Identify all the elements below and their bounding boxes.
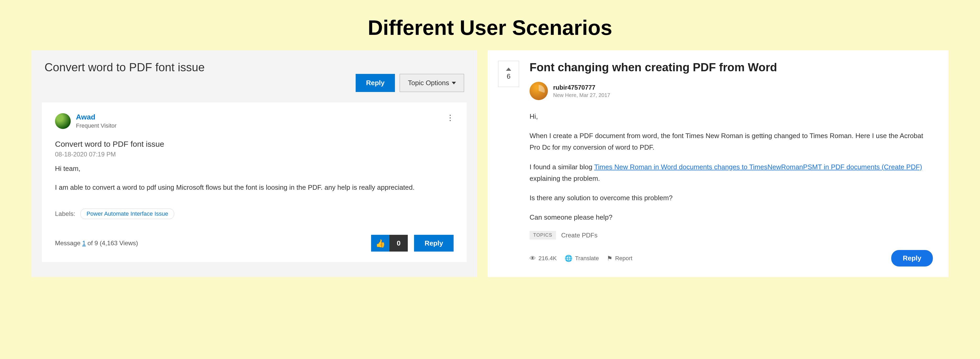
thumbs-up-icon: 👍	[375, 239, 385, 248]
views-count: 216.4K	[538, 255, 557, 262]
translate-icon: 🌐	[565, 255, 573, 262]
post-paragraph: I found a similar blog Times New Roman i…	[530, 161, 933, 184]
upvote-box[interactable]: 6	[498, 61, 519, 87]
post-paragraph: Is there any solution to overcome this p…	[530, 192, 933, 204]
labels-key: Labels:	[55, 210, 75, 217]
post-paragraph: Hi,	[530, 110, 933, 122]
post-body: Hi team, I am able to convert a word to …	[55, 163, 453, 193]
translate-button[interactable]: 🌐 Translate	[565, 255, 599, 262]
topic-options-button[interactable]: Topic Options	[400, 74, 464, 92]
avatar[interactable]	[530, 82, 548, 100]
topics-label: TOPICS	[530, 231, 556, 239]
post-title: Convert word to PDF font issue	[55, 140, 453, 148]
upvote-icon	[506, 68, 511, 71]
label-chip[interactable]: Power Automate Interface Issue	[80, 209, 174, 219]
views-stat: 👁 216.4K	[530, 255, 557, 262]
report-button[interactable]: ⚑ Report	[607, 255, 632, 262]
post-paragraph: I am able to convert a word to pdf using…	[55, 182, 453, 193]
post-card: ⋮ Awad Frequent Visitor Convert word to …	[42, 102, 467, 262]
message-link[interactable]: 1	[82, 239, 86, 247]
topic-options-label: Topic Options	[408, 79, 449, 87]
thread-title-left: Convert word to PDF font issue	[45, 61, 205, 74]
flag-icon: ⚑	[607, 255, 612, 262]
topics-value[interactable]: Create PDFs	[561, 231, 598, 239]
reply-button[interactable]: Reply	[891, 250, 933, 266]
like-count: 0	[390, 235, 408, 252]
author-name-link[interactable]: Awad	[76, 113, 116, 121]
inline-link[interactable]: Times New Roman in Word documents change…	[594, 163, 922, 171]
author-role: Frequent Visitor	[76, 122, 116, 129]
post-paragraph: Can someone please help?	[530, 211, 933, 223]
post-paragraph: Hi team,	[55, 163, 453, 174]
page-title: Different User Scenarios	[0, 0, 980, 50]
kebab-menu-icon[interactable]: ⋮	[446, 113, 453, 122]
author-meta: New Here, Mar 27, 2017	[553, 92, 610, 98]
chevron-down-icon	[452, 82, 456, 85]
reply-button[interactable]: Reply	[356, 74, 395, 92]
message-count: Message 1 of 9 (4,163 Views)	[55, 239, 138, 247]
avatar[interactable]	[55, 113, 71, 129]
eye-icon: 👁	[530, 255, 536, 262]
author-name-link[interactable]: rubir47570777	[553, 84, 610, 91]
like-button[interactable]: 👍	[371, 235, 390, 252]
forum-post-right: 6 Font changing when creating PDF from W…	[488, 50, 948, 277]
post-paragraph: When I create a PDF document from word, …	[530, 130, 933, 153]
forum-post-left: Convert word to PDF font issue Reply Top…	[32, 50, 477, 277]
thread-title-right: Font changing when creating PDF from Wor…	[530, 61, 933, 74]
post-date: 08-18-2020 07:19 PM	[55, 151, 453, 158]
post-body: Hi, When I create a PDF document from wo…	[530, 110, 933, 223]
vote-count: 6	[507, 72, 511, 80]
reply-button-small[interactable]: Reply	[414, 235, 453, 252]
